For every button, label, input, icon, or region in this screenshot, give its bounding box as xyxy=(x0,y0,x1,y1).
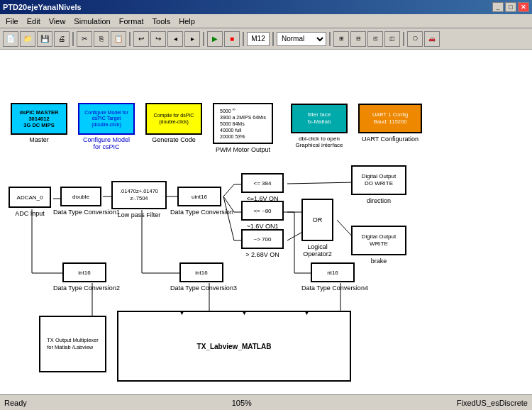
fwd-button[interactable]: ▸ xyxy=(184,31,200,47)
sep1 xyxy=(72,32,74,46)
menu-simulation[interactable]: Simulation xyxy=(70,16,114,27)
new-button[interactable]: 📄 xyxy=(3,31,18,47)
dtype-conv1-block[interactable]: double xyxy=(60,187,101,206)
canvas[interactable]: dsPIC MASTER30140123G DC MIPS Master Con… xyxy=(0,50,532,394)
redo-button[interactable]: ↪ xyxy=(150,31,166,47)
compare-700-block[interactable]: ~> 700 xyxy=(241,229,284,249)
filter-face-block[interactable]: filter facefx-Matlab xyxy=(291,104,348,133)
port-arrow-2: ▼ xyxy=(241,309,248,316)
sep6 xyxy=(329,32,331,46)
tb-btn-e[interactable]: ⎔ xyxy=(407,31,423,47)
dtype-conv2-sublabel: Data Type Conversion2 xyxy=(53,284,116,292)
copy-button[interactable]: ⎘ xyxy=(94,31,109,47)
svg-line-7 xyxy=(223,196,234,240)
filter-face-sublabel: dbl-click to openGraphical interface xyxy=(284,135,355,148)
dspic-master-block[interactable]: dsPIC MASTER30140123G DC MIPS xyxy=(11,103,67,135)
title-bar: PTD20ejeYanalNivels _ □ ✕ xyxy=(0,0,532,14)
configure-model-label: Configure Model fordsPIC Target(double-c… xyxy=(84,110,128,128)
status-bar: Ready 105% FixedUS_esDiscrete xyxy=(0,394,532,410)
svg-line-3 xyxy=(223,184,234,196)
toolbar: 📄 📁 💾 🖨 ✂ ⎘ 📋 ↩ ↪ ◂ ▸ ▶ ■ Normal Acceler… xyxy=(0,28,532,50)
run-button[interactable]: ▶ xyxy=(207,31,223,47)
tb-btn-f[interactable]: 🚗 xyxy=(424,31,440,47)
tb-btn-c[interactable]: ⊡ xyxy=(367,31,383,47)
tb-btn-a[interactable]: ⊞ xyxy=(333,31,349,47)
tx-labview-block[interactable]: TX_Labview_MATLAB xyxy=(117,311,351,382)
open-button[interactable]: 📁 xyxy=(20,31,35,47)
configure-model-block[interactable]: Configure Model fordsPIC Target(double-c… xyxy=(78,103,135,135)
digital-out-brake-sublabel: brake xyxy=(351,257,406,265)
print-button[interactable]: 🖨 xyxy=(54,31,70,47)
adc-input-sublabel: ADC Input xyxy=(9,210,51,217)
tb-btn-d[interactable]: ◫ xyxy=(384,31,400,47)
dtype-conv4-sublabel: Data Type Conversion4 xyxy=(301,284,364,292)
compare-384-block[interactable]: <= 384 xyxy=(241,173,284,193)
sep2 xyxy=(129,32,131,46)
menu-file[interactable]: File xyxy=(1,16,23,27)
status-solver: FixedUS_esDiscrete xyxy=(457,399,528,407)
sep7 xyxy=(403,32,404,46)
undo-button[interactable]: ↩ xyxy=(133,31,149,47)
window-title: PTD20ejeYanalNivels xyxy=(3,3,82,11)
dtype-conv1-label: double xyxy=(72,194,89,200)
back-button[interactable]: ◂ xyxy=(167,31,183,47)
low-pass-block[interactable]: .01470z+.01470z-.7504 xyxy=(111,181,167,209)
menu-edit[interactable]: Edit xyxy=(23,16,45,27)
menu-view[interactable]: View xyxy=(45,16,70,27)
uart-config-label: UART 1 ConfigBaud: 115200 xyxy=(372,111,408,126)
sim-time-input[interactable] xyxy=(247,32,270,46)
low-pass-label: .01470z+.01470z-.7504 xyxy=(120,188,158,202)
pwm-config-label: 5000 ∞3900 a 2MIPS 64Mis5000 84Ms40000 f… xyxy=(220,107,266,140)
cut-button[interactable]: ✂ xyxy=(77,31,92,47)
dtype-conv4-label: nt16 xyxy=(327,270,338,276)
uart-config-sublabel: UART Configuration xyxy=(358,135,422,143)
adc-input-label: ADCAN_0 xyxy=(17,194,43,201)
dtype-conv2-label: int16 xyxy=(78,270,90,276)
compile-dspic-sublabel: Generate Code xyxy=(145,136,202,143)
dtype-conv3-sublabel: Data Type Conversion3 xyxy=(170,284,233,292)
compare-384-label: <= 384 xyxy=(254,180,272,187)
dtype-conv1-sublabel: Data Type Conversion1 xyxy=(53,209,109,216)
save-button[interactable]: 💾 xyxy=(37,31,52,47)
sim-mode-dropdown[interactable]: Normal Accelerator xyxy=(277,32,326,46)
uart-config-block[interactable]: UART 1 ConfigBaud: 115200 xyxy=(358,104,422,133)
dtype-conv3-label: int16 xyxy=(195,270,207,276)
compare-700-label: ~> 700 xyxy=(254,236,272,243)
status-ready: Ready xyxy=(4,399,27,407)
dtype-conv2-block[interactable]: int16 xyxy=(62,262,106,282)
paste-button[interactable]: 📋 xyxy=(111,31,126,47)
tx-mux-block[interactable]: TX Output Multiplexerfor Matlab /Labview xyxy=(39,316,106,372)
digital-out-brake-label: Digital OutputWRITE xyxy=(362,233,396,248)
pwm-config-block[interactable]: 5000 ∞3900 a 2MIPS 64Mis5000 84Ms40000 f… xyxy=(213,103,273,144)
port-arrow-3: ▼ xyxy=(304,309,310,316)
low-pass-sublabel: Low pass Filter xyxy=(110,211,168,218)
port-arrow-1: ▼ xyxy=(179,309,185,316)
minimize-button[interactable]: _ xyxy=(492,2,504,12)
configure-model-sublabel: Configure Modelfor csPIC xyxy=(77,136,136,150)
compare-80-block[interactable]: <= ~80 xyxy=(241,201,284,221)
dtype-conv-label: uint16 xyxy=(192,194,207,200)
digital-out-dir-sublabel: direction xyxy=(351,197,406,204)
pwm-config-sublabel: PWM Motor Output xyxy=(209,146,277,153)
sep4 xyxy=(243,32,244,46)
menu-help[interactable]: Help xyxy=(174,16,199,27)
maximize-button[interactable]: □ xyxy=(505,2,516,12)
digital-out-dir-label: Digital OutputDO WRITE xyxy=(362,173,396,188)
digital-out-brake-block[interactable]: Digital OutputWRITE xyxy=(351,226,406,255)
stop-button[interactable]: ■ xyxy=(224,31,240,47)
compare-80-label: <= ~80 xyxy=(253,208,271,214)
dtype-conv-sublabel: Data Type Conversion xyxy=(170,209,228,216)
digital-out-dir-block[interactable]: Digital OutputDO WRITE xyxy=(351,165,406,195)
dtype-conv3-block[interactable]: int16 xyxy=(179,262,223,282)
or-block[interactable]: OR xyxy=(301,199,333,241)
compile-dspic-block[interactable]: Compile for dsPIC(double-click) xyxy=(145,103,202,135)
menu-format[interactable]: Format xyxy=(115,16,148,27)
tb-btn-b[interactable]: ⊟ xyxy=(350,31,366,47)
dtype-conv-block[interactable]: uint16 xyxy=(177,187,221,206)
adc-input-block[interactable]: ADCAN_0 xyxy=(9,187,51,208)
dtype-conv4-block[interactable]: nt16 xyxy=(311,262,355,282)
tx-labview-label: TX_Labview_MATLAB xyxy=(197,343,272,350)
dspic-master-label: dsPIC MASTER30140123G DC MIPS xyxy=(19,109,58,128)
close-button[interactable]: ✕ xyxy=(518,2,529,12)
menu-tools[interactable]: Tools xyxy=(148,16,175,27)
